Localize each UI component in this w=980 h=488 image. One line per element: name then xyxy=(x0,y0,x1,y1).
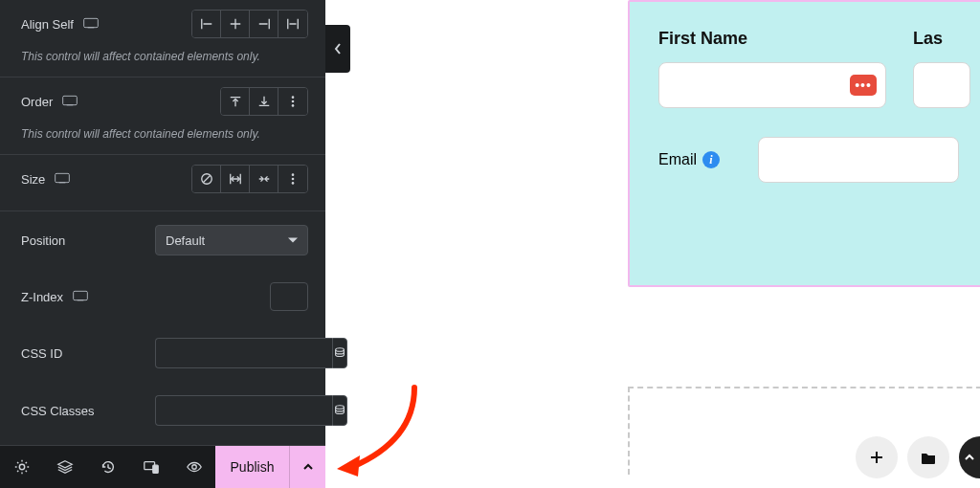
form-col-last-name: Las xyxy=(913,29,961,108)
position-value: Default xyxy=(166,233,205,248)
svg-marker-45 xyxy=(337,455,360,477)
responsive-icon[interactable] xyxy=(83,17,99,32)
control-row-cssclasses: CSS Classes xyxy=(0,382,325,439)
svg-line-23 xyxy=(203,176,210,183)
add-element-button[interactable] xyxy=(856,436,898,478)
svg-rect-11 xyxy=(63,96,78,104)
responsive-icon[interactable] xyxy=(55,172,70,187)
cssid-input[interactable] xyxy=(155,338,332,368)
scroll-top-button[interactable] xyxy=(959,436,980,478)
svg-rect-32 xyxy=(74,291,88,299)
svg-line-41 xyxy=(108,468,111,469)
first-name-label: First Name xyxy=(658,29,886,49)
navigator-button[interactable] xyxy=(43,446,86,488)
publish-button-wrap: Publish xyxy=(215,446,325,488)
svg-rect-20 xyxy=(56,173,70,182)
cssid-label: CSS ID xyxy=(21,346,62,361)
svg-point-30 xyxy=(292,178,295,181)
settings-button[interactable] xyxy=(0,446,43,488)
dynamic-tags-button[interactable] xyxy=(332,338,347,368)
align-self-center-button[interactable] xyxy=(221,11,250,37)
form-row-names: First Name ••• Las xyxy=(658,29,961,108)
position-label: Position xyxy=(21,233,65,248)
editor-sidebar: Align Self This control will affect cont… xyxy=(0,0,325,488)
svg-point-18 xyxy=(292,100,295,103)
caret-down-icon xyxy=(288,238,298,243)
cssclasses-input[interactable] xyxy=(155,395,332,426)
align-self-label-wrap: Align Self xyxy=(21,17,99,32)
publish-options-button[interactable] xyxy=(289,446,325,488)
zindex-label: Z-Index xyxy=(21,290,63,304)
svg-rect-0 xyxy=(84,18,99,27)
email-label: Email xyxy=(658,151,697,168)
templates-button[interactable] xyxy=(907,436,949,478)
size-label: Size xyxy=(21,172,45,187)
order-end-button[interactable] xyxy=(250,88,278,115)
fab-row xyxy=(856,436,980,478)
last-name-input[interactable] xyxy=(913,62,970,108)
info-icon[interactable]: i xyxy=(702,151,720,168)
control-row-position: Position Default xyxy=(0,211,325,269)
responsive-icon[interactable] xyxy=(62,95,78,109)
svg-marker-39 xyxy=(57,461,71,468)
align-self-label: Align Self xyxy=(21,17,74,32)
control-row-size: Size xyxy=(0,155,325,211)
password-manager-badge[interactable]: ••• xyxy=(850,75,877,96)
align-self-segmented xyxy=(191,10,308,38)
size-segmented xyxy=(191,165,308,193)
order-start-button[interactable] xyxy=(221,88,250,115)
last-name-label: Las xyxy=(913,29,961,49)
order-label-wrap: Order xyxy=(21,95,78,109)
cssclasses-label: CSS Classes xyxy=(21,404,95,418)
email-input[interactable] xyxy=(758,137,959,183)
preview-form-container: First Name ••• Las Email i xyxy=(628,0,980,287)
editor-footer-bar: Publish xyxy=(0,446,325,488)
align-self-hint: This control will affect contained eleme… xyxy=(0,46,325,78)
size-none-button[interactable] xyxy=(192,166,221,192)
control-row-zindex: Z-Index xyxy=(0,269,325,324)
zindex-label-wrap: Z-Index xyxy=(21,290,88,304)
form-row-email: Email i xyxy=(658,137,961,183)
control-row-order: Order xyxy=(0,78,325,123)
sidebar-collapse-button[interactable] xyxy=(325,25,350,73)
preview-button[interactable] xyxy=(172,446,215,488)
align-self-stretch-button[interactable] xyxy=(278,11,307,37)
svg-point-44 xyxy=(191,465,196,470)
dynamic-tags-button[interactable] xyxy=(332,395,347,426)
position-select[interactable]: Default xyxy=(155,225,308,255)
publish-button[interactable]: Publish xyxy=(215,446,289,488)
svg-rect-43 xyxy=(152,465,157,473)
responsive-icon[interactable] xyxy=(73,290,88,304)
order-label: Order xyxy=(21,95,53,109)
svg-point-31 xyxy=(292,182,295,185)
size-more-button[interactable] xyxy=(278,166,307,192)
size-shrink-button[interactable] xyxy=(250,166,278,192)
svg-point-29 xyxy=(292,173,295,176)
svg-point-19 xyxy=(292,104,295,107)
responsive-button[interactable] xyxy=(129,446,172,488)
order-hint: This control will affect contained eleme… xyxy=(0,123,325,155)
svg-point-38 xyxy=(19,464,24,469)
align-self-start-button[interactable] xyxy=(192,11,221,37)
align-self-end-button[interactable] xyxy=(250,11,278,37)
order-more-button[interactable] xyxy=(278,88,307,115)
control-row-cssid: CSS ID xyxy=(0,324,325,382)
control-row-align-self: Align Self xyxy=(0,0,325,46)
svg-point-17 xyxy=(292,96,295,99)
history-button[interactable] xyxy=(86,446,129,488)
svg-point-34 xyxy=(336,348,345,352)
size-label-wrap: Size xyxy=(21,172,70,187)
order-segmented xyxy=(220,87,308,116)
publish-label: Publish xyxy=(231,459,275,475)
zindex-input[interactable] xyxy=(270,282,308,311)
size-grow-button[interactable] xyxy=(221,166,250,192)
email-label-wrap: Email i xyxy=(658,151,720,168)
form-col-first-name: First Name ••• xyxy=(658,29,886,108)
svg-point-35 xyxy=(336,406,345,410)
